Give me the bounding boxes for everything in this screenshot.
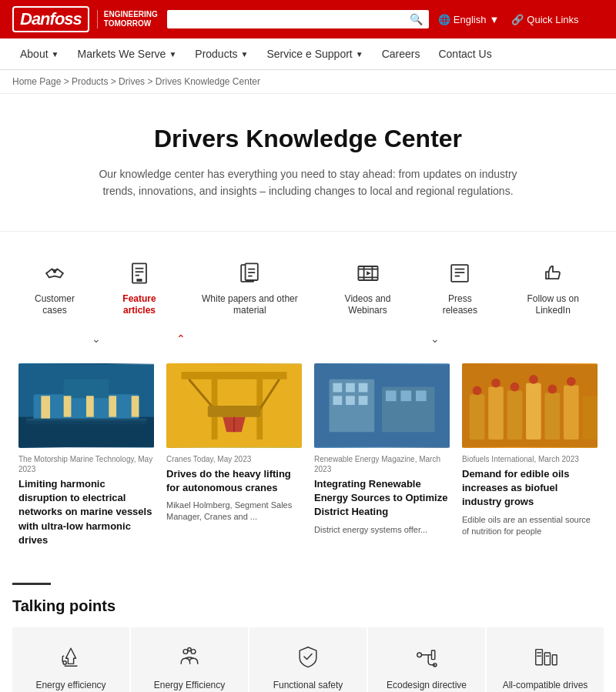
svg-rect-57 — [507, 390, 523, 440]
chevron-down-icon: ▼ — [52, 50, 59, 59]
breadcrumb: Home Page > Products > Drives > Drives K… — [0, 70, 616, 94]
people-icon — [176, 643, 203, 670]
nav-about[interactable]: About ▼ — [12, 38, 67, 69]
breadcrumb-drives[interactable]: Drives — [119, 76, 145, 87]
expand-customer-cases[interactable]: ⌄ — [54, 329, 139, 348]
svg-rect-25 — [64, 379, 109, 398]
expand-white-papers — [223, 329, 308, 348]
tp-energy-efficiency-movement[interactable]: Energy Efficiency Movement — [131, 627, 248, 692]
breadcrumb-home[interactable]: Home Page — [12, 76, 61, 87]
article-author-2: Mikael Holmberg, Segment Sales Manager, … — [166, 500, 302, 522]
svg-rect-58 — [526, 383, 541, 440]
svg-rect-76 — [544, 653, 550, 665]
article-source-4: Biofuels International, March 2023 — [462, 454, 598, 464]
nav-contact[interactable]: Contact Us — [430, 38, 499, 69]
svg-rect-47 — [359, 383, 368, 393]
nav-service-support[interactable]: Service e Support ▼ — [259, 38, 370, 69]
article-card-3[interactable]: Renewable Energy Magazine, March 2023 In… — [308, 357, 456, 558]
page-description: Our knowledge center has everything you … — [92, 165, 524, 200]
nav-markets[interactable]: Markets We Serve ▼ — [70, 38, 185, 69]
logo-area: Danfoss ENGINEERINGTOMORROW — [12, 6, 158, 32]
svg-point-66 — [547, 385, 557, 394]
article-card-2[interactable]: Cranes Today, May 2023 Drives do the hea… — [160, 357, 308, 558]
svg-rect-50 — [359, 396, 368, 405]
svg-rect-27 — [18, 421, 154, 447]
shield-checkmark-icon — [294, 643, 322, 670]
category-linkedin-label: Follow us on LinkedIn — [516, 293, 590, 317]
tp-all-compatible-label: All-compatible drives portfolio — [496, 680, 594, 692]
header-right: 🌐 English ▼ 🔗 Quick Links — [438, 14, 579, 25]
collapse-feature-articles[interactable]: ⌃ — [139, 329, 223, 348]
chevron-down-icon: ▼ — [489, 14, 499, 25]
chevron-down-icon: ▼ — [241, 50, 249, 59]
tp-energy-efficiency[interactable]: Energy efficiency — [12, 627, 129, 692]
svg-rect-53 — [416, 390, 427, 401]
chevron-down-icon: ▼ — [356, 50, 363, 59]
danfoss-logo: Danfoss — [12, 6, 89, 32]
article-image-energy — [314, 363, 450, 448]
svg-point-69 — [183, 650, 188, 654]
article-image-biofuel — [462, 363, 598, 448]
tagline: ENGINEERINGTOMORROW — [97, 10, 158, 28]
article-desc-4: Edible oils are an essential source of n… — [462, 514, 598, 538]
category-linkedin[interactable]: Follow us on LinkedIn — [502, 250, 604, 326]
category-videos[interactable]: Videos and Webinars — [318, 250, 418, 326]
svg-rect-55 — [470, 394, 485, 440]
article-source-2: Cranes Today, May 2023 — [166, 454, 302, 464]
article-card-4[interactable]: Biofuels International, March 2023 Deman… — [456, 357, 604, 558]
article-source-1: The Motorship Marine Technology, May 202… — [18, 454, 154, 474]
svg-marker-16 — [367, 271, 370, 275]
svg-rect-5 — [136, 279, 142, 282]
svg-rect-48 — [333, 396, 342, 405]
category-white-papers[interactable]: White papers and other material — [182, 250, 318, 326]
tp-all-compatible[interactable]: All-compatible drives portfolio — [487, 627, 604, 692]
search-bar: 🔍 — [167, 10, 429, 28]
tp-functional-safety[interactable]: Functional safety — [249, 627, 367, 692]
svg-point-62 — [473, 386, 482, 396]
site-header: Danfoss ENGINEERINGTOMORROW 🔍 🌐 English … — [0, 0, 616, 38]
breadcrumb-products[interactable]: Products — [72, 76, 108, 87]
svg-point-0 — [53, 270, 56, 273]
search-button[interactable]: 🔍 — [410, 13, 423, 25]
article-card-1[interactable]: The Motorship Marine Technology, May 202… — [12, 357, 160, 558]
category-white-papers-label: White papers and other material — [196, 293, 304, 317]
svg-rect-51 — [386, 390, 397, 401]
tp-energy-efficiency-label: Energy efficiency — [35, 680, 105, 692]
papers-icon — [236, 259, 263, 287]
svg-point-71 — [188, 647, 191, 650]
svg-rect-45 — [333, 383, 342, 393]
svg-point-68 — [63, 661, 66, 664]
svg-point-72 — [417, 653, 422, 657]
nav-careers[interactable]: Careers — [374, 38, 428, 69]
category-press-releases-label: Press releases — [431, 293, 488, 317]
svg-point-63 — [491, 379, 500, 388]
tp-ecodesign-directive[interactable]: Ecodesign directive — [368, 627, 485, 692]
section-divider — [12, 583, 51, 585]
svg-rect-46 — [346, 383, 355, 393]
svg-rect-31 — [109, 396, 116, 416]
nav-products[interactable]: Products ▼ — [187, 38, 256, 69]
article-desc-3: District energy systems offer... — [314, 524, 450, 536]
energy-efficiency-icon — [57, 643, 85, 670]
articles-grid: The Motorship Marine Technology, May 202… — [0, 357, 616, 558]
quick-links-button[interactable]: 🔗 Quick Links — [511, 14, 578, 25]
svg-rect-36 — [182, 372, 287, 379]
talking-points-grid: Energy efficiency Energy Efficiency Move… — [0, 627, 616, 692]
article-title-2: Drives do the heavy lifting for autonomo… — [166, 467, 302, 495]
svg-point-67 — [567, 377, 576, 386]
page-title: Drivers Knowledge Center — [62, 125, 554, 153]
category-feature-articles[interactable]: Feature articles — [97, 250, 182, 326]
category-customer-cases[interactable]: Customer cases — [12, 250, 97, 326]
biofuel-illustration — [462, 363, 598, 448]
category-feature-articles-label: Feature articles — [111, 293, 168, 317]
language-selector[interactable]: 🌐 English ▼ — [438, 14, 500, 25]
video-icon — [354, 259, 382, 287]
energy-illustration — [314, 363, 450, 448]
expand-press-releases[interactable]: ⌄ — [393, 329, 477, 348]
search-input[interactable] — [173, 14, 410, 25]
tp-functional-safety-label: Functional safety — [273, 680, 343, 692]
category-press-releases[interactable]: Press releases — [417, 250, 502, 326]
chevron-down-icon: ▼ — [169, 50, 176, 59]
svg-rect-29 — [64, 396, 72, 416]
category-videos-label: Videos and Webinars — [332, 293, 404, 317]
